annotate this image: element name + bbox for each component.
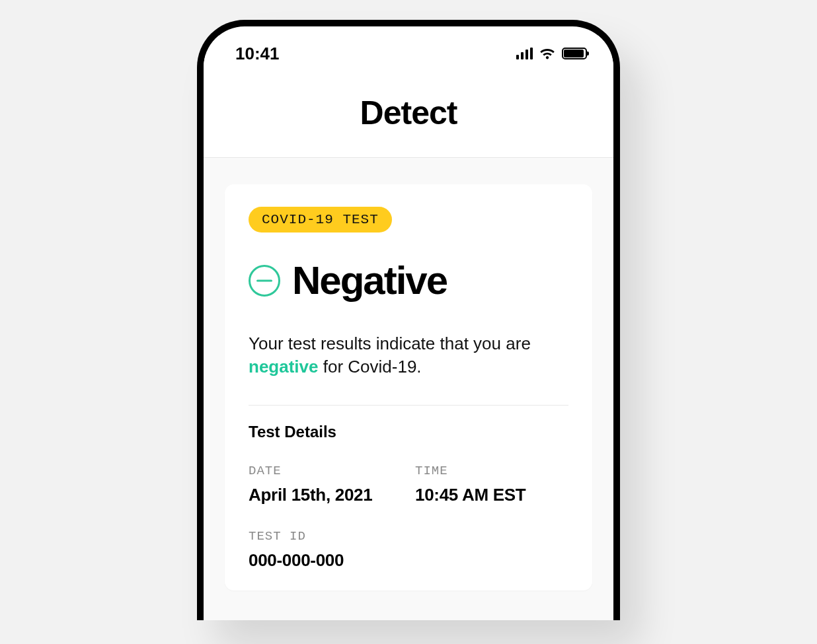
status-time: 10:41 (235, 44, 280, 64)
details-grid: DATE April 15th, 2021 TIME 10:45 AM EST … (249, 464, 568, 571)
detail-testid: TEST ID 000-000-000 (249, 529, 568, 571)
detail-testid-value: 000-000-000 (249, 550, 568, 571)
result-card: COVID-19 TEST Negative Your test results… (225, 184, 592, 590)
result-desc-suffix: for Covid-19. (319, 357, 422, 376)
result-desc-highlight: negative (249, 357, 319, 376)
phone-screen: 10:41 Detect (204, 36, 613, 620)
detail-date-value: April 15th, 2021 (249, 485, 402, 505)
detail-time-label: TIME (415, 464, 568, 478)
test-type-badge: COVID-19 TEST (249, 207, 392, 233)
status-icons (516, 48, 587, 59)
status-bar: 10:41 (204, 36, 613, 71)
battery-icon (562, 48, 587, 59)
detail-date: DATE April 15th, 2021 (249, 464, 402, 505)
divider (249, 405, 568, 406)
app-header: Detect (204, 71, 613, 158)
details-heading: Test Details (249, 423, 568, 441)
content-area: COVID-19 TEST Negative Your test results… (204, 158, 613, 620)
detail-date-label: DATE (249, 464, 402, 478)
detail-time-value: 10:45 AM EST (415, 485, 568, 505)
detail-testid-label: TEST ID (249, 529, 568, 544)
cellular-signal-icon (516, 48, 533, 59)
result-desc-prefix: Your test results indicate that you are (249, 334, 531, 353)
result-status: Negative (292, 258, 447, 303)
app-title: Detect (204, 94, 613, 132)
result-row: Negative (249, 258, 568, 303)
result-description: Your test results indicate that you are … (249, 332, 568, 378)
wifi-icon (539, 48, 555, 59)
phone-frame: 10:41 Detect (197, 20, 620, 620)
negative-result-icon (249, 265, 280, 297)
detail-time: TIME 10:45 AM EST (415, 464, 568, 505)
